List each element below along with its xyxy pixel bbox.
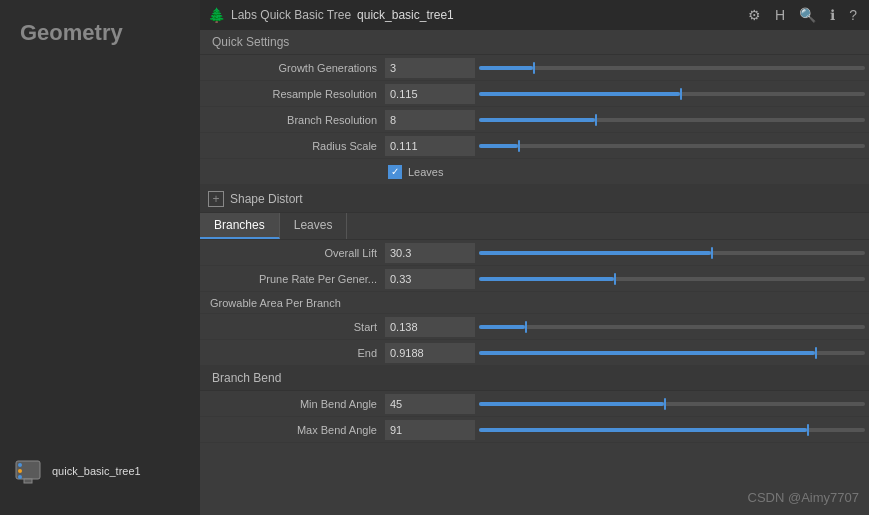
growable-start-slider[interactable] [475,314,869,339]
info-icon[interactable]: ℹ [826,5,839,25]
prune-rate-slider[interactable] [475,266,869,291]
resample-resolution-label: Resample Resolution [200,88,385,100]
max-bend-angle-label: Max Bend Angle [200,424,385,436]
min-bend-angle-slider[interactable] [475,391,869,416]
min-bend-angle-label: Min Bend Angle [200,398,385,410]
h-icon[interactable]: H [771,5,789,25]
leaves-label: Leaves [408,166,443,178]
growable-start-input[interactable] [385,317,475,337]
resample-resolution-slider[interactable] [475,81,869,106]
svg-point-3 [18,469,22,473]
radius-scale-input[interactable] [385,136,475,156]
search-icon[interactable]: 🔍 [795,5,820,25]
radius-scale-label: Radius Scale [200,140,385,152]
growth-generations-input[interactable] [385,58,475,78]
svg-rect-1 [24,479,32,483]
branch-resolution-label: Branch Resolution [200,114,385,126]
growable-end-slider[interactable] [475,340,869,365]
growable-end-row: End [200,340,869,366]
sidebar-object-name: quick_basic_tree1 [52,465,141,477]
tabs-row: Branches Leaves [200,213,869,240]
overall-lift-input[interactable] [385,243,475,263]
growable-area-label-row: Growable Area Per Branch [200,292,869,314]
sidebar: Geometry quick_basic_tree1 [0,0,200,515]
growable-end-input[interactable] [385,343,475,363]
branch-settings-container: Overall Lift Prune Rate Per Gener... [200,240,869,366]
branch-resolution-slider[interactable] [475,107,869,132]
branch-resolution-input[interactable] [385,110,475,130]
resample-resolution-input[interactable] [385,84,475,104]
tab-branches[interactable]: Branches [200,213,280,239]
overall-lift-slider[interactable] [475,240,869,265]
leaves-row: ✓ Leaves [200,159,869,185]
main-panel: 🌲 Labs Quick Basic Tree quick_basic_tree… [200,0,869,515]
min-bend-angle-input[interactable] [385,394,475,414]
tree-icon [12,455,44,487]
prune-rate-input[interactable] [385,269,475,289]
resample-resolution-row: Resample Resolution [200,81,869,107]
branch-bend-container: Min Bend Angle Max Bend Angle [200,391,869,443]
radius-scale-row: Radius Scale [200,133,869,159]
growable-start-label: Start [200,321,385,333]
help-icon[interactable]: ? [845,5,861,25]
settings-container: Growth Generations Resample Resolution [200,55,869,185]
settings-icon[interactable]: ⚙ [744,5,765,25]
overall-lift-label: Overall Lift [200,247,385,259]
growable-end-label: End [200,347,385,359]
growable-area-label: Growable Area Per Branch [210,297,341,309]
min-bend-angle-row: Min Bend Angle [200,391,869,417]
sidebar-title: Geometry [0,10,143,56]
leaves-checkbox[interactable]: ✓ [388,165,402,179]
header-icons: ⚙ H 🔍 ℹ ? [744,5,861,25]
watermark: CSDN @Aimy7707 [748,490,859,505]
svg-point-4 [18,475,22,479]
svg-point-2 [18,463,22,467]
header-left: 🌲 Labs Quick Basic Tree quick_basic_tree… [208,7,454,23]
tab-leaves[interactable]: Leaves [280,213,348,239]
radius-scale-slider[interactable] [475,133,869,158]
growable-start-row: Start [200,314,869,340]
branch-resolution-row: Branch Resolution [200,107,869,133]
prune-rate-row: Prune Rate Per Gener... [200,266,869,292]
growth-generations-slider[interactable] [475,55,869,80]
shape-distort-expand-icon[interactable]: + [208,191,224,207]
shape-distort-label: Shape Distort [230,192,303,206]
quick-settings-label: Quick Settings [200,30,869,55]
header-object-name: quick_basic_tree1 [357,8,454,22]
header-tree-icon: 🌲 [208,7,225,23]
max-bend-angle-row: Max Bend Angle [200,417,869,443]
prune-rate-label: Prune Rate Per Gener... [200,273,385,285]
branch-bend-header: Branch Bend [200,366,869,391]
max-bend-angle-slider[interactable] [475,417,869,442]
overall-lift-row: Overall Lift [200,240,869,266]
growth-generations-row: Growth Generations [200,55,869,81]
max-bend-angle-input[interactable] [385,420,475,440]
header: 🌲 Labs Quick Basic Tree quick_basic_tree… [200,0,869,30]
shape-distort-row: + Shape Distort [200,185,869,213]
growth-generations-label: Growth Generations [200,62,385,74]
header-plugin-name: Labs Quick Basic Tree [231,8,351,22]
sidebar-object: quick_basic_tree1 [0,447,153,495]
